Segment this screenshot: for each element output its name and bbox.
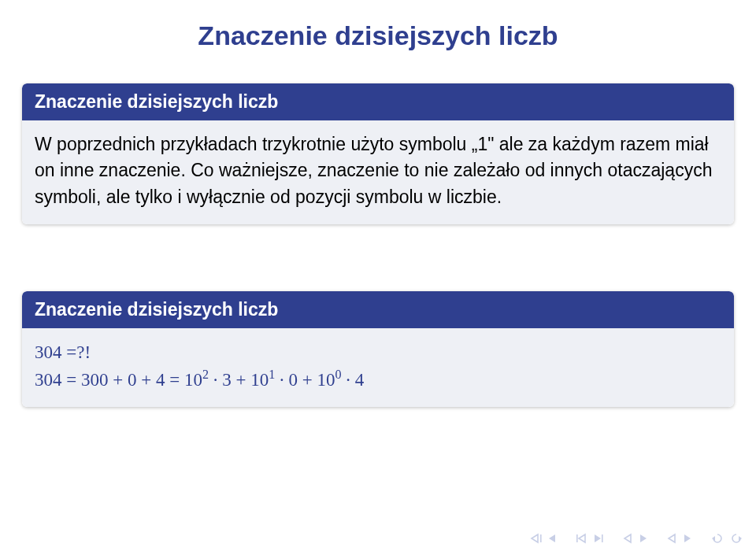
prev-frame-icon[interactable] — [622, 533, 633, 544]
block-header: Znaczenie dzisiejszych liczb — [22, 83, 734, 120]
svg-marker-4 — [579, 534, 585, 542]
back-icon[interactable] — [710, 532, 724, 545]
math-line-2: 304 = 300 + 0 + 4 = 102 · 3 + 101 · 0 + … — [35, 365, 721, 393]
slide-title: Znaczenie dzisiejszych liczb — [0, 20, 756, 51]
svg-marker-5 — [595, 534, 601, 542]
nav-group-frame — [622, 533, 649, 544]
svg-marker-0 — [532, 534, 538, 542]
svg-rect-3 — [576, 534, 578, 542]
nav-group-slide — [529, 533, 558, 544]
math-line-1: 304 =?! — [35, 339, 721, 365]
nav-bar — [529, 532, 743, 545]
block-meaning-text: Znaczenie dzisiejszych liczb W poprzedni… — [22, 83, 734, 224]
next-frame-icon[interactable] — [638, 533, 649, 544]
svg-marker-8 — [640, 534, 647, 542]
nav-group-misc — [710, 532, 743, 545]
svg-marker-7 — [624, 534, 631, 542]
slide: Znaczenie dzisiejszych liczb Znaczenie d… — [0, 0, 756, 551]
prev-section-icon[interactable] — [575, 533, 587, 544]
svg-marker-10 — [684, 534, 691, 542]
first-slide-icon[interactable] — [529, 533, 542, 544]
prev-sub-icon[interactable] — [666, 533, 677, 544]
nav-group-section — [575, 533, 605, 544]
block-header: Znaczenie dzisiejszych liczb — [22, 291, 734, 328]
prev-slide-icon[interactable] — [547, 533, 558, 544]
svg-rect-6 — [602, 534, 603, 542]
block-meaning-math: Znaczenie dzisiejszych liczb 304 =?! 304… — [22, 291, 734, 407]
next-sub-icon[interactable] — [682, 533, 693, 544]
block-body-math: 304 =?! 304 = 300 + 0 + 4 = 102 · 3 + 10… — [22, 328, 734, 407]
svg-rect-1 — [540, 534, 542, 542]
svg-marker-9 — [669, 534, 675, 542]
search-icon[interactable] — [729, 532, 743, 545]
svg-marker-2 — [549, 534, 555, 542]
nav-group-sub — [666, 533, 693, 544]
next-section-icon[interactable] — [592, 533, 605, 544]
block-body-text: W poprzednich przykładach trzykrotnie uż… — [22, 120, 734, 224]
